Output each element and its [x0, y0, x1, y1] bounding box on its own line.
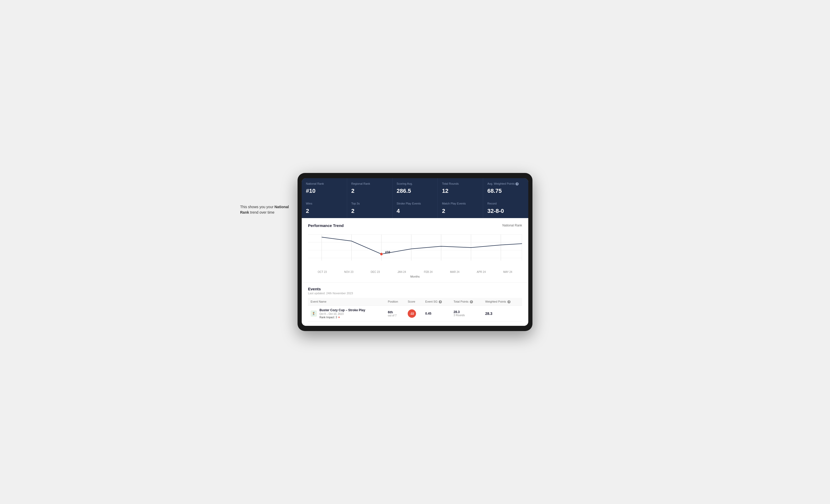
stat-top3s-label: Top 3s [351, 202, 388, 205]
event-name: Buster Cozy Cup – Stroke Play [319, 308, 365, 312]
col-event-sg: Event SG ℹ [422, 298, 451, 306]
col-position: Position [385, 298, 405, 306]
chart-title: Performance Trend [308, 223, 344, 228]
x-label-oct23: OCT 23 [309, 271, 336, 273]
x-label-feb24: FEB 24 [415, 271, 442, 273]
tablet-frame: National Rank #10 Regional Rank 2 Scorin… [297, 173, 533, 331]
stat-avg-weighted-points-label: Avg. Weighted Points ℹ [487, 182, 524, 186]
event-name-content: 🏌 Buster Cozy Cup – Stroke Play Oct 9 – … [311, 308, 383, 319]
chart-container: #10 [308, 232, 522, 268]
event-score-badge: -22 [408, 309, 416, 318]
stat-stroke-play-events-value: 4 [397, 208, 434, 214]
event-details: Buster Cozy Cup – Stroke Play Oct 9 – Oc… [319, 308, 365, 319]
svg-text:#10: #10 [385, 250, 390, 254]
stat-record: Record 32-8-0 [483, 198, 528, 218]
weighted-points-info-icon[interactable]: ℹ [507, 300, 511, 303]
table-row: 🏌 Buster Cozy Cup – Stroke Play Oct 9 – … [308, 305, 522, 322]
stat-wins-value: 2 [306, 208, 343, 214]
chart-header: Performance Trend National Rank [308, 223, 522, 228]
stat-avg-weighted-points-value: 68.75 [487, 188, 524, 194]
stat-national-rank-label: National Rank [306, 182, 343, 186]
stat-avg-weighted-points: Avg. Weighted Points ℹ 68.75 [483, 178, 528, 198]
events-section: Events Last updated: 24th November 2023 … [302, 282, 528, 326]
events-table-body: 🏌 Buster Cozy Cup – Stroke Play Oct 9 – … [308, 305, 522, 322]
event-score-cell: -22 [405, 305, 422, 322]
stat-national-rank-value: #10 [306, 188, 343, 194]
annotation-text: This shows you your National Rank trend … [240, 204, 292, 215]
col-total-points: Total Points ℹ [451, 298, 483, 306]
tablet-screen: National Rank #10 Regional Rank 2 Scorin… [302, 178, 528, 326]
stat-scoring-avg-label: Scoring Avg. [397, 182, 434, 186]
chart-x-labels: OCT 23 NOV 23 DEC 23 JAN 24 FEB 24 MAR 2… [308, 271, 522, 273]
stat-match-play-events-value: 2 [442, 208, 479, 214]
stat-top3s-value: 2 [351, 208, 388, 214]
stat-national-rank: National Rank #10 [302, 178, 347, 198]
stat-match-play-events-label: Match Play Events [442, 202, 479, 205]
event-sg-info-icon[interactable]: ℹ [439, 300, 442, 303]
svg-point-14 [380, 253, 383, 256]
event-name-cell: 🏌 Buster Cozy Cup – Stroke Play Oct 9 – … [308, 305, 385, 322]
event-position-value: 6th [388, 310, 403, 314]
stats-grid-row2: Wins 2 Top 3s 2 Stroke Play Events 4 Mat… [302, 198, 528, 218]
events-updated: Last updated: 24th November 2023 [308, 292, 522, 295]
chart-subtitle: National Rank [503, 224, 522, 227]
event-rank-impact: Rank Impact: 3 ▼ [319, 316, 365, 319]
event-position-sub: out of 7 [388, 314, 403, 317]
events-table: Event Name Position Score Event SG ℹ Tot… [308, 298, 522, 322]
x-label-may24: MAY 24 [494, 271, 521, 273]
stat-wins: Wins 2 [302, 198, 347, 218]
stat-regional-rank: Regional Rank 2 [347, 178, 392, 198]
event-total-points-sub: 3 Rounds [454, 314, 480, 317]
stat-regional-rank-label: Regional Rank [351, 182, 388, 186]
stat-record-label: Record [487, 202, 524, 205]
stat-scoring-avg-value: 286.5 [397, 188, 434, 194]
x-label-mar24: MAR 24 [442, 271, 468, 273]
stat-total-rounds-value: 12 [442, 188, 479, 194]
event-sg-cell: 0.45 [422, 305, 451, 322]
events-table-head: Event Name Position Score Event SG ℹ Tot… [308, 298, 522, 306]
stat-total-rounds-label: Total Rounds [442, 182, 479, 186]
outer-wrapper: This shows you your National Rank trend … [297, 173, 533, 331]
stat-total-rounds: Total Rounds 12 [438, 178, 483, 198]
event-icon: 🏌 [311, 310, 317, 317]
stats-grid-row1: National Rank #10 Regional Rank 2 Scorin… [302, 178, 528, 198]
col-weighted-points: Weighted Points ℹ [483, 298, 522, 306]
rank-impact-direction: ▼ [338, 316, 340, 319]
x-label-apr24: APR 24 [468, 271, 494, 273]
col-event-name: Event Name [308, 298, 385, 306]
chart-section: Performance Trend National Rank [302, 218, 528, 282]
x-label-dec23: DEC 23 [362, 271, 389, 273]
events-table-header-row: Event Name Position Score Event SG ℹ Tot… [308, 298, 522, 306]
col-score: Score [405, 298, 422, 306]
stat-match-play-events: Match Play Events 2 [438, 198, 483, 218]
event-total-points-cell: 28.3 3 Rounds [451, 305, 483, 322]
x-label-jan24: JAN 24 [389, 271, 415, 273]
content-area: National Rank #10 Regional Rank 2 Scorin… [302, 178, 528, 326]
event-weighted-points-value: 28.3 [485, 311, 519, 316]
event-date: Oct 9 – Oct 10, 2023 [319, 312, 365, 315]
event-position-cell: 6th out of 7 [385, 305, 405, 322]
x-label-nov23: NOV 23 [336, 271, 362, 273]
stat-top3s: Top 3s 2 [347, 198, 392, 218]
chart-x-axis-title: Months [308, 275, 522, 278]
avg-weighted-info-icon[interactable]: ℹ [515, 182, 519, 186]
stat-regional-rank-value: 2 [351, 188, 388, 194]
stat-stroke-play-events: Stroke Play Events 4 [392, 198, 438, 218]
total-points-info-icon[interactable]: ℹ [470, 300, 473, 303]
event-total-points-value: 28.3 [454, 310, 480, 314]
event-sg-value: 0.45 [425, 312, 448, 315]
stat-scoring-avg: Scoring Avg. 286.5 [392, 178, 438, 198]
chart-svg: #10 [308, 232, 522, 268]
stat-wins-label: Wins [306, 202, 343, 205]
events-title: Events [308, 287, 522, 291]
stat-record-value: 32-8-0 [487, 208, 524, 214]
stat-stroke-play-events-label: Stroke Play Events [397, 202, 434, 205]
event-weighted-points-cell: 28.3 [483, 305, 522, 322]
